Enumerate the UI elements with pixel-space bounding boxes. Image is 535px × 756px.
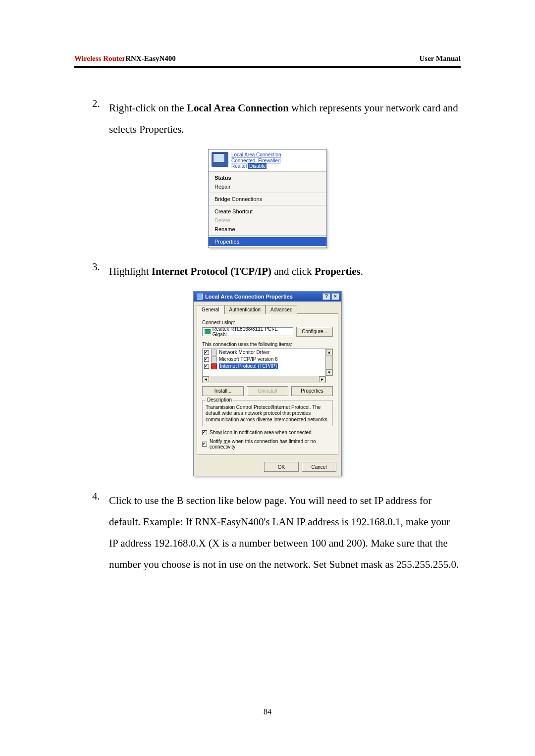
header-right: User Manual xyxy=(420,54,461,63)
description-group: Description Transmission Control Protoco… xyxy=(202,400,333,427)
cancel-button[interactable]: Cancel xyxy=(302,462,336,472)
step-3-pre: Highlight xyxy=(109,265,152,277)
list-item[interactable]: Internet Protocol (TCP/IP) xyxy=(203,363,325,370)
install-button[interactable]: Install... xyxy=(202,386,244,396)
scroll-left-icon[interactable]: ◄ xyxy=(203,376,209,382)
adapter-name: Realtek RTL8168/8111 PCI-E Gigabi xyxy=(213,326,291,337)
scroll-up-icon[interactable]: ▲ xyxy=(326,349,332,355)
step-2-body: Right-click on the Local Area Connection… xyxy=(109,98,461,140)
context-menu: Status Repair Bridge Connections Create … xyxy=(209,172,326,248)
dialog-titlebar: Local Area Connection Properties ? × xyxy=(194,292,341,302)
tab-general[interactable]: General xyxy=(197,305,224,314)
show-icon-label: Show icon in notification area when conn… xyxy=(210,430,312,435)
list-item[interactable]: Microsoft TCP/IP version 6 xyxy=(203,356,325,363)
show-icon-option[interactable]: Show icon in notification area when conn… xyxy=(202,430,333,435)
connection-adapter-prefix: Realtel xyxy=(231,163,247,169)
checkbox-icon[interactable] xyxy=(204,364,209,369)
close-button[interactable]: × xyxy=(331,293,339,300)
ok-button[interactable]: OK xyxy=(264,462,299,472)
step-4-body: Click to use the B section like below pa… xyxy=(109,490,461,575)
tab-general-pane: Connect using: Realtek RTL8168/8111 PCI-… xyxy=(197,313,338,455)
step-2: 2. Right-click on the Local Area Connect… xyxy=(74,98,461,140)
component-label-selected: Internet Protocol (TCP/IP) xyxy=(219,363,278,369)
component-icon xyxy=(211,356,217,362)
ctx-bridge[interactable]: Bridge Connections xyxy=(209,195,326,203)
component-label: Microsoft TCP/IP version 6 xyxy=(219,356,278,362)
step-2-pre: Right-click on the xyxy=(109,102,187,114)
page-number: 84 xyxy=(0,707,535,716)
help-button[interactable]: ? xyxy=(322,293,330,300)
description-text: Transmission Control Protocol/Internet P… xyxy=(206,404,329,423)
properties-button[interactable]: Properties xyxy=(291,386,333,396)
connection-tile-text: Local Area Connection Connected, Firewal… xyxy=(231,152,281,169)
step-2-bold: Local Area Connection xyxy=(187,102,289,114)
vertical-scrollbar[interactable]: ▲ ▼ xyxy=(326,349,333,376)
dialog-footer: OK Cancel xyxy=(194,458,341,476)
step-4-number: 4. xyxy=(74,490,109,575)
horizontal-scrollbar[interactable]: ◄ ► xyxy=(202,376,326,383)
adapter-icon xyxy=(205,329,211,334)
nic-icon xyxy=(212,152,228,167)
checkbox-icon[interactable] xyxy=(204,357,209,362)
step-4: 4. Click to use the B section like below… xyxy=(74,490,461,575)
configure-button[interactable]: Configure... xyxy=(296,327,333,337)
step-2-number: 2. xyxy=(74,98,109,140)
step-3: 3. Highlight Internet Protocol (TCP/IP) … xyxy=(74,261,461,282)
dialog-title: Local Area Connection Properties xyxy=(205,294,322,300)
adapter-field: Realtek RTL8168/8111 PCI-E Gigabi xyxy=(202,327,293,336)
component-icon xyxy=(211,363,217,369)
checkbox-icon[interactable] xyxy=(202,430,207,435)
page-header: Wireless RouterRNX-EasyN400 User Manual xyxy=(74,54,461,63)
step-3-number: 3. xyxy=(74,261,109,282)
dialog-title-icon xyxy=(197,294,203,300)
ctx-delete: Delete xyxy=(209,216,326,225)
ctx-properties[interactable]: Properties xyxy=(209,237,326,246)
step-3-body: Highlight Internet Protocol (TCP/IP) and… xyxy=(109,261,461,282)
ctx-repair[interactable]: Repair xyxy=(209,182,326,191)
step-3-bold1: Internet Protocol (TCP/IP) xyxy=(152,265,271,277)
component-label: Network Monitor Driver xyxy=(219,350,269,355)
step-3-mid: and click xyxy=(271,265,315,277)
ctx-rename[interactable]: Rename xyxy=(209,225,326,234)
context-menu-figure: Local Area Connection Connected, Firewal… xyxy=(208,149,327,248)
uninstall-button: Uninstall xyxy=(247,386,288,396)
uses-items-label: This connection uses the following items… xyxy=(202,342,333,347)
connect-using-label: Connect using: xyxy=(202,320,333,325)
header-model: RNX-EasyN400 xyxy=(125,54,176,62)
scroll-down-icon[interactable]: ▼ xyxy=(326,369,332,376)
connection-name: Local Area Connection xyxy=(231,152,281,158)
ctx-status[interactable]: Status xyxy=(209,173,326,182)
components-list[interactable]: Network Monitor Driver Microsoft TCP/IP … xyxy=(202,349,326,376)
step-3-bold2: Properties xyxy=(315,265,361,277)
ctx-disable-hl[interactable]: Disable xyxy=(248,163,267,169)
scroll-right-icon[interactable]: ► xyxy=(319,376,325,382)
properties-dialog: Local Area Connection Properties ? × Gen… xyxy=(193,291,342,477)
dialog-tabs: General Authentication Advanced xyxy=(194,302,341,313)
description-legend: Description xyxy=(206,397,233,403)
step-3-post: . xyxy=(361,265,363,277)
components-list-wrap: Network Monitor Driver Microsoft TCP/IP … xyxy=(202,349,333,376)
ctx-shortcut[interactable]: Create Shortcut xyxy=(209,207,326,216)
component-icon xyxy=(211,350,217,355)
list-item[interactable]: Network Monitor Driver xyxy=(203,349,325,356)
notify-option[interactable]: Notify me when this connection has limit… xyxy=(202,439,333,450)
connection-status: Connected, Firewalled xyxy=(231,158,281,164)
checkbox-icon[interactable] xyxy=(202,442,207,447)
tab-authentication[interactable]: Authentication xyxy=(224,305,266,314)
tab-advanced[interactable]: Advanced xyxy=(266,305,297,314)
checkbox-icon[interactable] xyxy=(204,350,209,355)
header-left: Wireless RouterRNX-EasyN400 xyxy=(74,54,176,63)
header-rule xyxy=(74,66,461,68)
notify-label: Notify me when this connection has limit… xyxy=(210,439,333,450)
header-brand: Wireless Router xyxy=(74,54,125,62)
connection-tile: Local Area Connection Connected, Firewal… xyxy=(209,150,326,172)
